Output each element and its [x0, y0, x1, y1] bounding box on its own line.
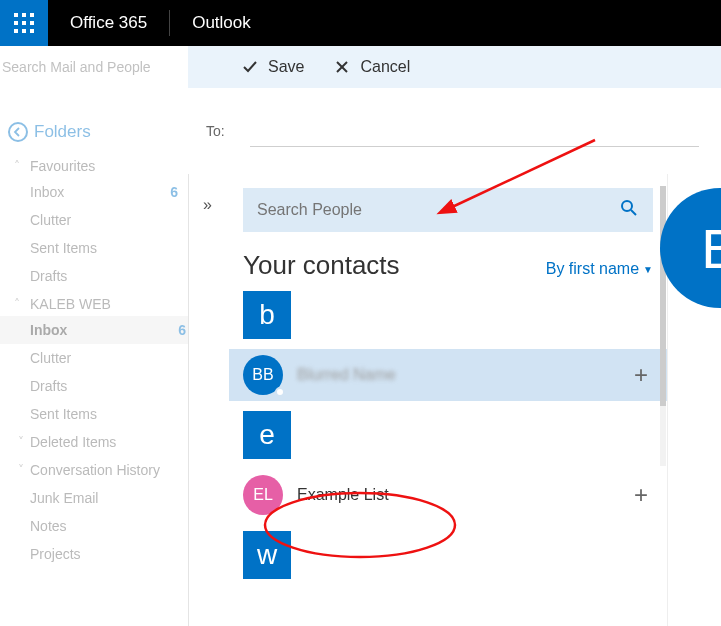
letter-tile-b[interactable]: b	[243, 291, 291, 339]
save-button[interactable]: Save	[240, 57, 304, 77]
folders-heading[interactable]: Folders	[8, 118, 180, 152]
people-picker: » Your contacts By first name ▼ b BB Blu…	[188, 174, 668, 626]
search-input[interactable]	[2, 59, 180, 75]
svg-rect-1	[22, 13, 26, 17]
cancel-label: Cancel	[360, 58, 410, 76]
cancel-button[interactable]: Cancel	[332, 57, 410, 77]
folder-drafts-2[interactable]: Drafts	[8, 372, 180, 400]
people-search[interactable]	[243, 188, 653, 232]
folder-clutter-2[interactable]: Clutter	[8, 344, 180, 372]
folder-convhist[interactable]: ˅Conversation History	[8, 456, 180, 484]
folder-deleted[interactable]: ˅Deleted Items	[8, 428, 180, 456]
folder-sent[interactable]: Sent Items	[8, 234, 180, 262]
folder-sent-2[interactable]: Sent Items	[8, 400, 180, 428]
global-header: Office 365 Outlook	[0, 0, 721, 46]
chevron-up-icon: ˄	[10, 159, 24, 173]
chevron-down-icon: ▼	[643, 264, 653, 275]
svg-rect-8	[30, 29, 34, 33]
contact-row[interactable]: BB Blurred Name +	[229, 349, 667, 401]
avatar: EL	[243, 475, 283, 515]
search-icon[interactable]	[619, 198, 639, 222]
svg-line-12	[631, 210, 636, 215]
group-favourites[interactable]: ˄ Favourites	[8, 154, 180, 178]
svg-rect-5	[30, 21, 34, 25]
contacts-title: Your contacts	[243, 250, 400, 281]
letter-tile-w[interactable]: w	[243, 531, 291, 579]
svg-rect-2	[30, 13, 34, 17]
svg-rect-0	[14, 13, 18, 17]
chevron-down-icon: ˅	[14, 435, 28, 449]
folder-inbox-active[interactable]: Inbox6	[0, 316, 188, 344]
svg-rect-4	[22, 21, 26, 25]
scroll-thumb[interactable]	[660, 186, 666, 406]
brand-label[interactable]: Office 365	[48, 13, 169, 33]
chevron-up-icon: ˄	[10, 297, 24, 311]
avatar: BB	[243, 355, 283, 395]
svg-rect-6	[14, 29, 18, 33]
group-label: Favourites	[30, 158, 95, 174]
sort-dropdown[interactable]: By first name ▼	[546, 260, 653, 278]
to-label: To:	[206, 123, 236, 139]
back-circle-icon	[8, 122, 28, 142]
expand-button[interactable]: »	[203, 196, 212, 214]
svg-point-11	[622, 201, 632, 211]
search-box[interactable]	[0, 46, 188, 88]
sort-label: By first name	[546, 260, 639, 278]
folder-drafts[interactable]: Drafts	[8, 262, 180, 290]
folder-inbox[interactable]: Inbox6	[8, 178, 180, 206]
chevron-down-icon: ˅	[14, 463, 28, 477]
presence-indicator	[275, 387, 285, 397]
folders-label: Folders	[34, 122, 91, 142]
letter-tile-e[interactable]: e	[243, 411, 291, 459]
svg-rect-3	[14, 21, 18, 25]
folder-nav: Folders ˄ Favourites Inbox6 Clutter Sent…	[0, 88, 188, 626]
folder-notes[interactable]: Notes	[8, 512, 180, 540]
app-launcher-icon[interactable]	[0, 0, 48, 46]
group-kaleb[interactable]: ˄ KALEB WEB	[8, 292, 180, 316]
checkmark-icon	[240, 57, 260, 77]
people-search-input[interactable]	[257, 201, 619, 219]
contact-name: Blurred Name	[297, 366, 629, 384]
folder-projects[interactable]: Projects	[8, 540, 180, 568]
app-label[interactable]: Outlook	[170, 13, 273, 33]
folder-junk[interactable]: Junk Email	[8, 484, 180, 512]
add-contact-button[interactable]: +	[629, 361, 653, 389]
group-label: KALEB WEB	[30, 296, 111, 312]
compose-toolbar: Save Cancel	[0, 46, 721, 88]
add-contact-button[interactable]: +	[629, 481, 653, 509]
contact-row[interactable]: EL Example List +	[243, 469, 653, 521]
to-field[interactable]	[250, 123, 699, 147]
cross-icon	[332, 57, 352, 77]
save-label: Save	[268, 58, 304, 76]
folder-clutter[interactable]: Clutter	[8, 206, 180, 234]
contact-name: Example List	[297, 486, 629, 504]
svg-rect-7	[22, 29, 26, 33]
